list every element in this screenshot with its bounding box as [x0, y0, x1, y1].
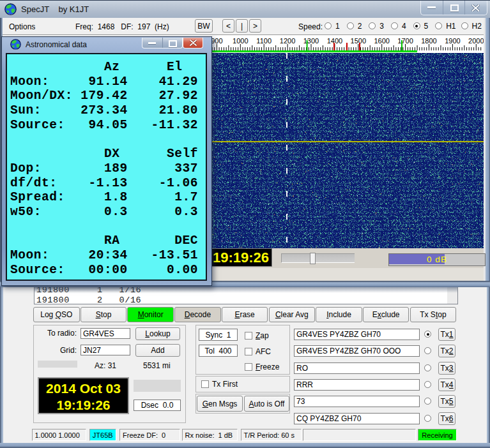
svg-text:900: 900 [211, 37, 222, 45]
svg-text:1600: 1600 [374, 37, 389, 45]
svg-text:1300: 1300 [303, 37, 319, 45]
svg-text:1700: 1700 [397, 37, 413, 45]
svg-text:2000: 2000 [468, 37, 484, 45]
svg-text:1100: 1100 [256, 37, 272, 45]
svg-text:1200: 1200 [280, 37, 295, 45]
svg-text:1900: 1900 [445, 37, 460, 45]
svg-text:1000: 1000 [233, 37, 248, 45]
svg-text:1800: 1800 [421, 37, 436, 45]
svg-text:1500: 1500 [351, 37, 366, 45]
